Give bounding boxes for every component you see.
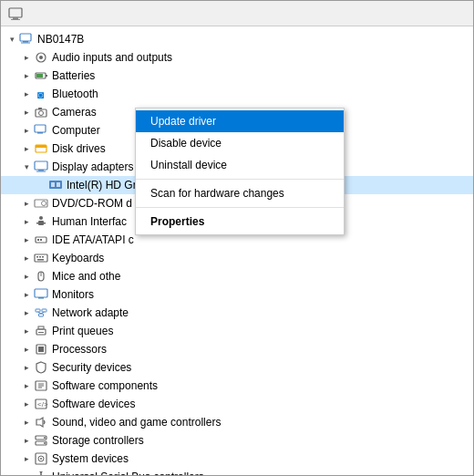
expand-humaninterface[interactable] [19,214,34,229]
svg-rect-37 [42,256,44,258]
storage-icon [34,433,48,448]
tree-item-sound[interactable]: Sound, video and game controllers [1,413,473,431]
tree-item-root[interactable]: NB0147B [1,30,473,48]
tree-item-softwaredev[interactable]: </>Software devices [1,395,473,413]
expand-usb[interactable] [19,470,34,475]
tree-item-bluetooth[interactable]: ◙Bluetooth [1,85,473,103]
tree-label-sound: Sound, video and game controllers [52,416,221,429]
expand-diskdrives[interactable] [19,141,34,156]
expand-softwarecomp[interactable] [19,378,34,393]
svg-rect-9 [46,75,47,77]
svg-rect-33 [40,239,42,241]
computer-icon [19,32,34,47]
context-menu: Update driverDisable deviceUninstall dev… [135,108,345,235]
usb-icon [34,470,48,475]
svg-marker-59 [36,418,43,427]
tree-item-softwarecomp[interactable]: Software components [1,377,473,395]
svg-rect-4 [23,41,28,43]
expand-keyboards[interactable] [19,251,34,265]
expand-root[interactable] [5,32,19,47]
tree-item-systemdev[interactable]: System devices [1,450,473,468]
svg-point-27 [39,216,43,220]
menu-item-disable[interactable]: Disable device [136,132,344,154]
tree-label-displayadapters: Display adapters [52,160,133,173]
tree-label-print: Print queues [52,325,113,337]
expand-mice[interactable] [19,269,34,284]
tree-label-computer: Computer [52,124,100,137]
menu-item-scan[interactable]: Scan for hardware changes [136,182,344,204]
svg-text:◙: ◙ [37,88,44,101]
tree-item-usb[interactable]: Universal Serial Bus controllers [1,468,473,475]
title-bar [1,1,473,26]
svg-point-13 [39,111,44,116]
tree-label-ide: IDE ATA/ATAPI c [52,233,134,246]
expand-sound[interactable] [19,415,34,429]
camera-icon [34,105,48,119]
softwarecomp-icon [34,378,48,393]
expand-systemdev[interactable] [19,451,34,466]
mice-icon [34,269,48,284]
tree-label-systemdev: System devices [52,452,129,465]
tree-item-audio[interactable]: Audio inputs and outputs [1,48,473,67]
title-bar-icon [8,6,23,21]
softwaredev-icon: </> [34,397,48,411]
dvd-icon [34,196,48,211]
svg-rect-24 [57,182,60,187]
expand-audio[interactable] [19,50,34,65]
expand-bluetooth[interactable] [19,87,34,101]
expand-cameras[interactable] [19,105,34,119]
tree-item-storage[interactable]: Storage controllers [1,431,473,450]
tree-item-security[interactable]: Security devices [1,358,473,377]
tree-label-diskdrives: Disk drives [52,142,106,155]
svg-rect-5 [21,43,30,44]
expand-batteries[interactable] [19,68,34,83]
expand-computer[interactable] [19,123,34,138]
tree-label-storage: Storage controllers [52,434,144,447]
expand-print[interactable] [19,324,34,338]
menu-item-uninstall[interactable]: Uninstall device [136,154,344,176]
tree-label-network: Network adapte [52,306,129,319]
expand-monitors[interactable] [19,287,34,302]
tree-label-processors: Processors [52,343,107,356]
tree-label-bluetooth: Bluetooth [52,88,98,100]
svg-text:</>: </> [37,400,48,409]
svg-rect-14 [38,108,42,109]
svg-rect-0 [9,8,22,17]
svg-rect-35 [36,256,38,258]
tree-item-print[interactable]: Print queues [1,322,473,340]
menu-item-update[interactable]: Update driver [136,110,344,132]
tree-label-keyboards: Keyboards [52,252,104,264]
expand-processors[interactable] [19,342,34,357]
tree-item-monitors[interactable]: Monitors [1,285,473,304]
expand-security[interactable] [19,360,34,375]
expand-dvd[interactable] [19,196,34,211]
expand-network[interactable] [19,305,34,320]
svg-rect-23 [51,182,55,187]
tree-item-batteries[interactable]: Batteries [1,67,473,85]
menu-separator-sep2 [136,207,344,208]
tree-label-root: NB0147B [37,33,84,46]
computer2-icon [34,123,48,138]
ide-icon [34,233,48,247]
expand-softwaredev[interactable] [19,397,34,411]
expand-ide[interactable] [19,233,34,247]
keyboard-icon [34,251,48,265]
sound-icon [34,415,48,429]
svg-marker-68 [39,471,43,473]
tree-item-keyboards[interactable]: Keyboards [1,249,473,267]
tree-item-network[interactable]: Network adapte [1,304,473,322]
menu-item-properties[interactable]: Properties [136,211,344,233]
svg-rect-34 [35,254,47,262]
tree-label-usb: Universal Serial Bus controllers [52,471,204,475]
device-manager-window: NB0147BAudio inputs and outputsBatteries… [0,0,474,476]
tree-item-processors[interactable]: Processors [1,340,473,358]
svg-rect-45 [39,314,44,316]
tree-item-mice[interactable]: Mice and othe [1,267,473,285]
device-tree[interactable]: NB0147BAudio inputs and outputsBatteries… [1,26,473,475]
svg-rect-36 [39,256,41,258]
print-icon [34,324,48,338]
expand-storage[interactable] [19,433,34,448]
bluetooth-icon: ◙ [34,87,48,101]
expand-displayadapters[interactable] [19,160,34,174]
svg-rect-44 [42,309,46,312]
